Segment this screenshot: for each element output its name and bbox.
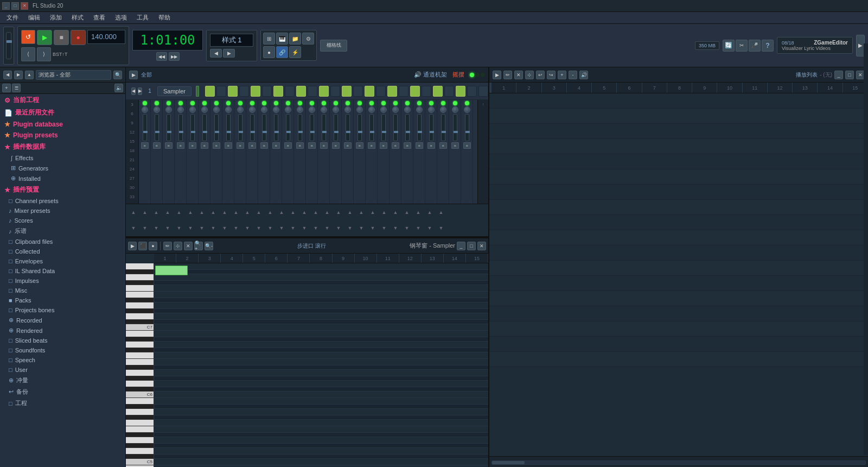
window-controls[interactable]: _ □ ✕ bbox=[2, 2, 28, 10]
sidebar-item-sliced-beats[interactable]: □ Sliced beats bbox=[0, 336, 125, 345]
record-mode-btn[interactable]: ● bbox=[263, 46, 275, 58]
sidebar-item-impulses[interactable]: □ Impulses bbox=[0, 276, 125, 286]
fader-thumb-13[interactable] bbox=[298, 131, 303, 133]
playlist-track-row-17[interactable] bbox=[489, 352, 868, 367]
sidebar-item-collected[interactable]: □ Collected bbox=[0, 247, 125, 256]
strip-knob-23[interactable] bbox=[416, 106, 423, 113]
sidebar-item-effects[interactable]: ∫ Effects bbox=[0, 153, 125, 163]
sidebar-view-btn[interactable]: ☰ bbox=[12, 84, 21, 92]
strip-led-2[interactable] bbox=[167, 101, 171, 105]
fader-thumb-18[interactable] bbox=[358, 131, 362, 133]
piano-key-1[interactable] bbox=[126, 270, 154, 274]
strip-led-7[interactable] bbox=[226, 101, 231, 105]
step-button-20[interactable] bbox=[433, 86, 443, 97]
arrow-down-0[interactable]: ▼ bbox=[128, 224, 139, 232]
strip-btn-24[interactable]: ≡ bbox=[427, 142, 435, 149]
menu-tools[interactable]: 工具 bbox=[132, 12, 153, 23]
sidebar-search-btn[interactable]: 🔍 bbox=[113, 71, 122, 79]
strip-btn-16[interactable]: ≡ bbox=[332, 142, 340, 149]
pl-minimize[interactable]: _ bbox=[834, 71, 843, 79]
arrow-up-7[interactable]: ▲ bbox=[208, 209, 219, 216]
sidebar-item-scores[interactable]: ♪ Scores bbox=[0, 216, 125, 225]
arrow-up-27[interactable]: ▲ bbox=[436, 209, 446, 216]
grid-btn[interactable]: 棚格线 bbox=[320, 40, 347, 52]
strip-led-17[interactable] bbox=[346, 101, 350, 105]
link-btn[interactable]: 🔗 bbox=[276, 46, 288, 58]
sidebar-item-plugin-preset-cn[interactable]: ★ 插件预置 bbox=[0, 184, 125, 196]
stop-button[interactable]: ■ bbox=[54, 30, 69, 45]
piano-key-4[interactable] bbox=[126, 285, 154, 292]
piano-key-6[interactable] bbox=[126, 298, 154, 302]
cpu-btn[interactable]: ⚡ bbox=[289, 46, 301, 58]
strip-led-20[interactable] bbox=[381, 101, 386, 105]
sidebar-volume-btn[interactable]: 🔈 bbox=[114, 84, 123, 92]
sidebar-item-generators[interactable]: ⊞ Generators bbox=[0, 163, 125, 173]
piano-key-11[interactable]: C7 bbox=[126, 324, 154, 331]
piano-key-29[interactable] bbox=[126, 426, 154, 433]
playlist-track-row-10[interactable] bbox=[489, 245, 868, 261]
strip-knob-1[interactable] bbox=[154, 106, 160, 113]
sidebar-item-soundfonts[interactable]: □ Soundfonts bbox=[0, 345, 125, 355]
fader-thumb-10[interactable] bbox=[263, 131, 267, 133]
pr-minimize-btn[interactable]: _ bbox=[457, 242, 465, 250]
fader-thumb-25[interactable] bbox=[442, 131, 446, 133]
arrow-down-3[interactable]: ▼ bbox=[162, 224, 173, 232]
prev-pattern[interactable]: ◀ bbox=[210, 49, 222, 58]
arrow-down-17[interactable]: ▼ bbox=[322, 224, 333, 232]
ch-plus[interactable]: ▶ bbox=[138, 87, 142, 95]
piano-key-30[interactable] bbox=[126, 433, 154, 437]
playlist-track-row-9[interactable] bbox=[489, 230, 868, 245]
step-button-17[interactable] bbox=[399, 86, 409, 97]
pl-undo[interactable]: ↩ bbox=[536, 71, 545, 79]
ch-minus[interactable]: ◀ bbox=[131, 87, 136, 95]
strip-knob-13[interactable] bbox=[297, 106, 303, 113]
strip-knob-0[interactable] bbox=[142, 106, 148, 113]
sidebar-item-backup-cn[interactable]: ↩ 备份 bbox=[0, 386, 125, 397]
pr-rec-btn[interactable]: ● bbox=[149, 242, 157, 250]
pr-stop-btn[interactable]: ⬛ bbox=[138, 242, 147, 250]
piano-key-17[interactable] bbox=[126, 359, 154, 365]
strip-knob-16[interactable] bbox=[333, 106, 339, 113]
strip-led-8[interactable] bbox=[238, 101, 242, 105]
sidebar-search-input[interactable] bbox=[36, 70, 111, 80]
pr-close-btn[interactable]: ✕ bbox=[477, 242, 486, 250]
sidebar-item-plugin-presets[interactable]: ★ Plugin presets bbox=[0, 130, 125, 141]
step-button-11[interactable] bbox=[330, 86, 340, 97]
piano-key-0[interactable] bbox=[126, 263, 154, 270]
fader-thumb-0[interactable] bbox=[143, 131, 148, 133]
strip-knob-15[interactable] bbox=[321, 106, 327, 113]
fader-thumb-9[interactable] bbox=[251, 131, 255, 133]
step-button-12[interactable] bbox=[342, 86, 352, 97]
fader-thumb-20[interactable] bbox=[382, 131, 386, 133]
arrow-up-3[interactable]: ▲ bbox=[162, 209, 173, 216]
piano-key-19[interactable] bbox=[126, 370, 154, 376]
arrow-up-21[interactable]: ▲ bbox=[367, 209, 378, 216]
strip-led-0[interactable] bbox=[143, 101, 147, 105]
arrow-down-4[interactable]: ▼ bbox=[174, 224, 184, 232]
fader-thumb-17[interactable] bbox=[346, 131, 350, 133]
arrow-down-2[interactable]: ▼ bbox=[151, 224, 162, 232]
strip-knob-2[interactable] bbox=[165, 106, 172, 113]
add-folder-btn[interactable]: + bbox=[2, 84, 11, 92]
strip-led-22[interactable] bbox=[405, 101, 410, 105]
piano-key-15[interactable] bbox=[126, 348, 154, 352]
strip-btn-9[interactable]: ≡ bbox=[248, 142, 256, 149]
fader-thumb-2[interactable] bbox=[167, 131, 171, 133]
piano-key-33[interactable] bbox=[126, 448, 154, 455]
strip-led-11[interactable] bbox=[274, 101, 278, 105]
sidebar-item-channel-presets[interactable]: □ Channel presets bbox=[0, 196, 125, 206]
piano-key-7[interactable] bbox=[126, 302, 154, 309]
arrow-down-24[interactable]: ▼ bbox=[401, 224, 412, 232]
fader-thumb-23[interactable] bbox=[418, 131, 422, 133]
arrow-up-1[interactable]: ▲ bbox=[139, 209, 150, 216]
pattern-display[interactable]: 样式 1 bbox=[210, 34, 253, 47]
arrow-up-14[interactable]: ▲ bbox=[288, 209, 298, 216]
fader-thumb-27[interactable] bbox=[465, 131, 470, 133]
arrow-up-24[interactable]: ▲ bbox=[401, 209, 412, 216]
piano-key-3[interactable] bbox=[126, 281, 154, 285]
strip-btn-14[interactable]: ≡ bbox=[308, 142, 316, 149]
pl-play[interactable]: ▶ bbox=[493, 71, 501, 79]
step-button-6[interactable] bbox=[273, 86, 283, 97]
record-button[interactable]: ● bbox=[71, 30, 86, 45]
pl-zoom-out[interactable]: - bbox=[569, 71, 577, 79]
